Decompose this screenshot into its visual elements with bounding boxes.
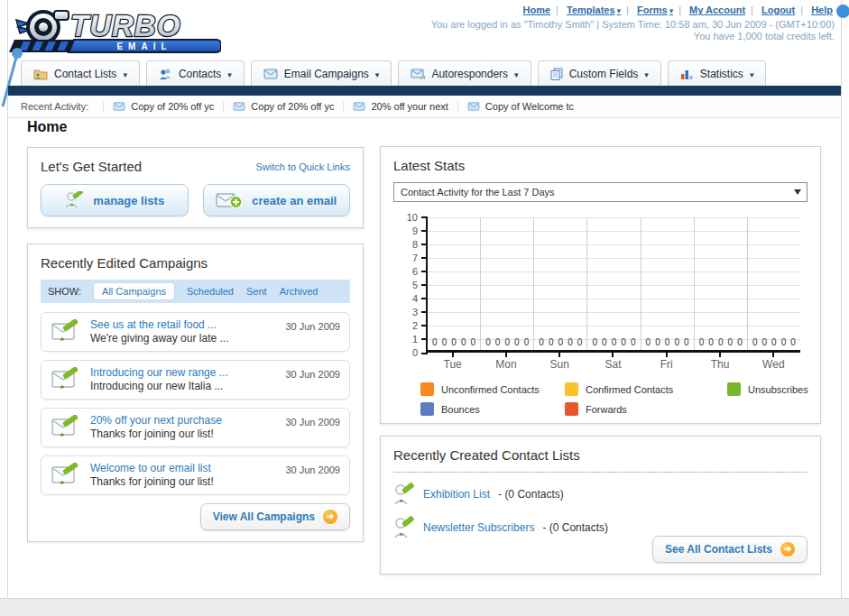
chart-day-group: 00000: [586, 217, 640, 350]
nav-tab-contacts[interactable]: Contacts: [146, 60, 245, 87]
chart-x-tick-label: Wed: [747, 358, 800, 371]
dotted-divider: [393, 472, 807, 473]
campaign-title-link[interactable]: Introducing our new range ...: [90, 366, 278, 380]
chart-value-label: 0: [771, 337, 777, 347]
filter-tab-scheduled[interactable]: Scheduled: [187, 286, 234, 297]
recent-activity-item[interactable]: 20% off your next: [343, 101, 457, 112]
envelope-icon: [353, 102, 365, 111]
chart-value-label: 0: [790, 337, 796, 347]
chevron-down-icon: [514, 68, 519, 80]
top-link-templates[interactable]: Templates: [567, 5, 621, 15]
right-page-border: [841, 0, 842, 598]
see-all-contact-lists-button[interactable]: See All Contact Lists ➜: [652, 536, 807, 563]
chevron-down-icon: [123, 68, 127, 80]
campaign-subtitle: We're giving away our late ...: [90, 332, 278, 345]
recent-activity-item[interactable]: Copy of Welcome tc: [457, 101, 583, 112]
navigation-divider-bar: [8, 86, 841, 96]
campaign-title-link[interactable]: See us at the retail food ...: [90, 318, 278, 332]
nav-tab-email-campaigns[interactable]: Email Campaigns: [251, 60, 392, 87]
envelope-plus-icon: [216, 191, 243, 209]
chart-value-label: 0: [684, 337, 689, 347]
top-link-forms[interactable]: Forms: [637, 5, 673, 15]
chart-day-group: 00000: [747, 217, 800, 350]
get-started-title: Let's Get Started: [41, 159, 142, 174]
view-all-campaigns-button[interactable]: View All Campaigns ➜: [200, 503, 350, 530]
contact-list-item[interactable]: Exhibition List - (0 Contacts): [393, 483, 807, 506]
campaign-list-item[interactable]: Welcome to our email list Thanks for joi…: [41, 455, 350, 495]
campaign-list-item[interactable]: 20% off your next purchase Thanks for jo…: [41, 408, 350, 447]
campaign-list-item[interactable]: Introducing our new range ... Introducin…: [41, 360, 350, 400]
legend-item: Bounces: [420, 402, 565, 416]
top-link-help[interactable]: Help: [811, 5, 833, 15]
recent-activity-item[interactable]: Copy of 20% off yc: [103, 101, 223, 112]
campaign-subtitle: Thanks for joining our list!: [90, 428, 278, 441]
chart-value-label: 0: [495, 337, 501, 347]
campaign-date: 30 Jun 2009: [285, 417, 340, 428]
nav-tab-custom-fields[interactable]: Custom Fields: [538, 60, 661, 87]
nav-tab-label: Autoresponders: [431, 68, 508, 80]
chart-value-label: 0: [612, 337, 617, 347]
legend-swatch: [420, 382, 434, 396]
envelope-arrow-icon: [411, 69, 425, 80]
turbo-email-logo: TURBO EMAIL: [9, 4, 221, 54]
chart-value-label: 0: [728, 337, 734, 347]
nav-tab-autoresponders[interactable]: Autoresponders: [398, 60, 531, 87]
nav-tab-contact-lists[interactable]: Contact Lists: [21, 60, 140, 87]
campaign-subtitle: Introducing our new Italia ...: [90, 380, 278, 393]
chart-value-label: 0: [781, 337, 787, 347]
envelope-pencil-icon: [51, 319, 83, 345]
chart-value-label: 0: [631, 337, 636, 347]
filter-tab-all-campaigns[interactable]: All Campaigns: [94, 283, 174, 299]
stats-period-dropdown[interactable]: Contact Activity for the Last 7 Days: [393, 182, 807, 202]
campaign-date: 30 Jun 2009: [285, 369, 340, 380]
envelope-icon: [233, 102, 245, 111]
nav-tab-label: Custom Fields: [569, 68, 639, 80]
chart-value-label: 0: [752, 337, 758, 347]
chart-value-label: 0: [708, 337, 714, 347]
chart-value-label: 0: [442, 337, 448, 347]
contact-list-name-link[interactable]: Exhibition List: [423, 488, 490, 501]
chart-day-group: 00000: [641, 217, 694, 350]
chart-value-label: 0: [762, 337, 768, 347]
main-navigation: Contact Lists Contacts Email Campaigns A…: [8, 60, 841, 87]
chart-value-label: 0: [665, 337, 670, 347]
chart-value-label: 0: [485, 337, 491, 347]
filter-tab-sent[interactable]: Sent: [246, 286, 267, 297]
legend-swatch: [565, 382, 578, 396]
top-link-my-account[interactable]: My Account: [689, 5, 745, 15]
envelope-pencil-icon: [51, 367, 83, 392]
chart-x-tick-label: Tue: [426, 358, 479, 371]
campaign-title-link[interactable]: 20% off your next purchase: [90, 414, 278, 428]
chart-value-label: 0: [602, 337, 607, 347]
envelope-icon: [263, 69, 278, 79]
nav-tab-label: Email Campaigns: [284, 68, 369, 80]
contact-list-name-link[interactable]: Newsletter Subscribers: [423, 521, 534, 534]
manage-lists-button[interactable]: manage lists: [41, 184, 189, 216]
create-an-email-button[interactable]: create an email: [203, 184, 351, 216]
chart-x-tick-label: Mon: [479, 358, 532, 371]
chart-value-label: 0: [432, 337, 438, 347]
contact-activity-chart: 012345678910 000000000000000000000000000…: [426, 217, 800, 353]
chart-value-label: 0: [737, 337, 743, 347]
filter-tab-archived[interactable]: Archived: [280, 286, 318, 297]
recent-activity-bar: Recent Activity: Copy of 20% off yc Copy…: [8, 96, 841, 118]
top-link-logout[interactable]: Logout: [761, 5, 795, 15]
nav-tab-label: Statistics: [700, 68, 743, 80]
arrow-right-icon: ➜: [323, 510, 337, 524]
chart-value-label: 0: [461, 337, 466, 347]
campaign-title-link[interactable]: Welcome to our email list: [90, 462, 278, 475]
campaign-list-item[interactable]: See us at the retail food ... We're givi…: [41, 312, 350, 352]
envelope-pencil-icon: [51, 415, 83, 440]
chart-value-label: 0: [718, 337, 724, 347]
help-bubble-icon[interactable]: [836, 5, 849, 18]
recent-activity-item[interactable]: Copy of 20% off yc: [223, 101, 343, 112]
chart-value-label: 0: [504, 337, 510, 347]
nav-tab-label: Contacts: [179, 68, 221, 80]
chart-value-label: 0: [451, 337, 457, 347]
switch-to-quick-links[interactable]: Switch to Quick Links: [255, 161, 350, 172]
nav-tab-statistics[interactable]: Statistics: [668, 60, 767, 87]
campaign-list: See us at the retail food ... We're givi…: [41, 312, 350, 495]
arrow-right-icon: ➜: [780, 542, 795, 556]
top-link-home[interactable]: Home: [523, 5, 551, 15]
chart-x-labels: TueMonSunSatFriThuWed: [426, 353, 800, 371]
